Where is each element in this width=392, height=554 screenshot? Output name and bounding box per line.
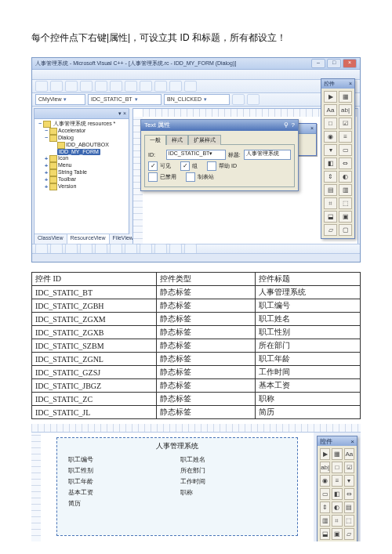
tool-icon[interactable]: ⬚ [344,515,354,527]
toolbar-button[interactable] [232,94,245,105]
static-label[interactable]: 简历 [68,499,174,510]
tool-icon[interactable]: ▣ [339,211,352,223]
toolbar-button[interactable] [184,81,197,92]
tree-item[interactable]: +Menu [37,162,126,169]
tool-icon[interactable]: ⌗ [324,197,337,209]
maximize-button[interactable]: □ [327,59,341,68]
toolbar-button[interactable] [140,81,152,92]
toolbox-close-icon[interactable]: × [349,81,352,87]
tool-icon[interactable]: ◐ [332,501,342,513]
static-label[interactable]: 所在部门 [180,466,286,477]
toolbar-button[interactable] [110,81,122,92]
tool-icon[interactable]: ▥ [320,515,330,527]
tool-icon[interactable]: ▢ [339,224,352,236]
toolbar-button[interactable] [50,81,63,92]
tool-icon[interactable]: Aa [344,448,354,460]
tool-icon[interactable]: ▭ [339,144,352,156]
controls-toolbox[interactable]: 控件 × ▶▦Aaab|□☑◉≡▾▭◧⇔⇕◐▤▥⌗⬚⬓▣▱▢⬔⬕ [317,436,358,541]
static-label[interactable]: 职工性别 [68,466,174,477]
static-label[interactable]: 职工姓名 [180,455,286,466]
toolbar-row-1[interactable] [32,80,360,93]
static-label[interactable]: 基本工资 [68,488,174,499]
tree-item[interactable]: −Accelerator [37,128,126,135]
static-label[interactable]: 职称 [180,488,286,499]
tool-icon[interactable]: ⇔ [339,158,352,169]
static-label[interactable] [180,499,286,510]
tool-icon[interactable]: ⇕ [320,501,330,513]
tool-icon[interactable]: ◧ [332,488,342,500]
tree-item[interactable]: +Icon [37,155,126,162]
toolbar-button[interactable] [95,81,107,92]
tool-icon[interactable]: ⌗ [332,515,342,527]
help-icon[interactable]: ? [292,121,295,129]
tool-icon[interactable]: □ [324,118,337,129]
tree-item[interactable]: −Dialog [37,135,126,142]
tool-icon[interactable]: ⬓ [324,211,337,223]
tree-item[interactable]: +Toolbar [37,176,126,183]
props-tab-styles[interactable]: 样式 [166,135,188,145]
menubar[interactable] [32,70,360,80]
prop-id-combo[interactable]: IDC_STATIC_BT▾ [166,150,226,160]
tool-icon[interactable]: ▥ [339,184,352,196]
tool-icon[interactable]: ⬓ [320,528,330,540]
tool-icon[interactable]: ▾ [324,144,337,156]
controls-toolbox[interactable]: 控件 × ▶▦Aaab|□☑◉≡▾▭◧⇔⇕◐▤▥⌗⬚⬓▣▱▢ [321,78,355,239]
class-combo[interactable]: CMyView▾ [35,94,85,105]
toolbar-row-2[interactable]: CMyView▾ IDC_STATIC_BT▾ BN_CLICKED▾ [32,93,360,107]
tool-icon[interactable]: ⇔ [344,488,354,500]
tool-icon[interactable]: ⬚ [339,197,352,209]
props-tab-general[interactable]: 一般 [144,135,166,145]
tree-item[interactable]: IDD_MY_FORM [37,149,126,155]
chk-visible[interactable]: ✓ [148,161,158,171]
tool-icon[interactable]: ab| [320,462,330,473]
id-combo[interactable]: IDC_STATIC_BT▾ [88,94,162,105]
toolbox-close-icon[interactable]: × [350,438,354,445]
message-combo[interactable]: BN_CLICKED▾ [164,94,230,105]
dialog-form[interactable]: 人事管理系统 职工编号职工姓名职工性别所在部门职工年龄工作时间基本工资职称简历 [56,437,298,536]
tool-icon[interactable]: ☑ [344,462,354,473]
close-button[interactable]: × [343,59,357,68]
tool-icon[interactable]: ▱ [324,224,337,236]
toolbar-button[interactable] [154,81,167,92]
toolbar-button[interactable] [65,81,78,92]
minimize-button[interactable]: – [311,59,325,68]
toolbar-button[interactable] [169,81,182,92]
tool-icon[interactable]: ◉ [320,475,330,487]
tool-icon[interactable]: ≡ [339,131,352,143]
tool-icon[interactable]: ⇕ [324,171,337,183]
tool-icon[interactable]: Aa [324,104,337,116]
toolbar-button[interactable] [80,81,93,92]
chk-disabled[interactable] [148,172,158,182]
tree-root-label[interactable]: 人事管理系统 resources * [53,121,115,126]
static-label[interactable]: 工作时间 [180,477,286,488]
tool-icon[interactable]: ☑ [339,118,352,129]
tool-icon[interactable]: ◉ [324,131,337,143]
tool-icon[interactable]: ≡ [332,475,342,487]
tool-icon[interactable]: ▱ [344,528,354,540]
tool-icon[interactable]: ▦ [339,91,352,103]
tree-item[interactable]: +Version [37,183,126,190]
tool-icon[interactable]: ▶ [324,91,337,103]
tool-icon[interactable]: ▭ [320,488,330,500]
tool-icon[interactable]: ▶ [320,448,330,460]
pin-icon[interactable]: ⚲ [284,121,289,129]
tool-icon[interactable]: ▣ [332,528,342,540]
chk-helpid[interactable] [207,161,216,171]
tool-icon[interactable]: □ [332,462,342,473]
resource-tree[interactable]: − 人事管理系统 resources * −Accelerator−Dialog… [34,119,129,234]
props-tab-extstyles[interactable]: 扩展样式 [188,135,221,145]
tool-icon[interactable]: ▾ [344,475,354,487]
static-label[interactable]: 职工编号 [68,455,174,466]
tool-icon[interactable]: ◐ [339,171,352,183]
tool-icon[interactable]: ▤ [324,184,337,196]
tree-item[interactable]: IDD_ABOUTBOX [37,142,126,149]
design-canvas[interactable]: 人事管理系统 职工编号职工姓名职工性别所在部门职工年龄工作时间基本工资职称简历 [41,433,314,541]
chk-tabstop[interactable] [186,172,195,182]
tool-icon[interactable]: ab| [339,104,352,116]
tool-icon[interactable]: ▤ [344,501,354,513]
text-properties-dialog[interactable]: Text 属性 ⚲ ? 一般 样式 扩展样式 ID: IDC_STATIC_BT… [140,119,299,191]
chk-group[interactable]: ✓ [180,161,190,171]
tool-icon[interactable]: ▦ [332,448,342,460]
tree-item[interactable]: +String Table [37,169,126,176]
toolbar-button[interactable] [35,81,48,92]
